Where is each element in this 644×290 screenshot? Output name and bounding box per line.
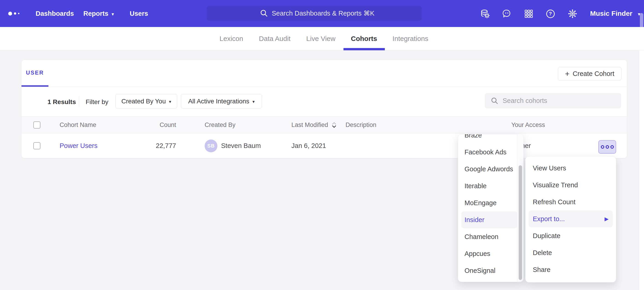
create-cohort-button[interactable]: + Create Cohort [558,67,622,80]
menu-item-chameleon[interactable]: Chameleon [461,228,518,245]
row-context-menu: View Users Visualize Trend Refresh Count… [525,156,616,282]
column-header-created-by: Created By [204,117,236,133]
share-label: Share [533,266,550,273]
menu-item-insider[interactable]: Insider [461,211,518,228]
page-scrollbar-track[interactable] [639,50,644,290]
ellipsis-icon [610,145,614,149]
tab-data-audit[interactable]: Data Audit [259,27,290,50]
export-to-submenu: Braze Facebook Ads Google Adwords Iterab… [458,134,524,282]
select-all-checkbox[interactable] [33,121,40,128]
nav-item-reports[interactable]: Reports ▾ [83,0,114,27]
menu-item-delete[interactable]: Delete [529,244,613,261]
help-icon[interactable]: ? [545,9,556,19]
visualize-trend-label: Visualize Trend [533,181,578,189]
account-name: Music Finder [590,10,632,17]
delete-label: Delete [533,249,552,257]
column-header-your-access: Your Access [511,117,545,133]
menu-item-view-users[interactable]: View Users [529,160,613,177]
active-tab-underline [344,48,385,50]
menu-item-onesignal[interactable]: OneSignal [461,262,518,279]
nav-item-reports-label: Reports [83,10,108,17]
cohort-name-link[interactable]: Power Users [60,142,98,150]
nav-item-dashboards-label: Dashboards [36,10,74,17]
column-header-description: Description [346,117,376,133]
submenu-arrow-icon: ▶ [604,216,608,222]
menu-item-facebook-ads[interactable]: Facebook Ads [461,144,518,161]
page-scrollbar-thumb[interactable] [640,13,643,57]
duplicate-label: Duplicate [533,232,560,240]
tab-data-audit-label: Data Audit [259,35,290,43]
global-search-bar[interactable] [207,6,422,21]
chat-bubble-icon [502,9,512,19]
integrations-filter-value: All Active Integrations [188,98,250,105]
global-search-input[interactable] [272,10,418,17]
integrations-filter-dropdown[interactable]: All Active Integrations ▾ [181,94,262,108]
export-to-item-list: Braze Facebook Ads Google Adwords Iterab… [461,134,518,279]
menu-item-google-adwords[interactable]: Google Adwords [461,161,518,178]
last-modified-cell: Jan 6, 2021 [292,133,326,158]
search-cohorts-input[interactable] [503,97,612,104]
tab-user-cohorts[interactable]: USER [22,60,48,87]
chevron-down-icon: ▾ [252,99,255,104]
chevron-down-icon: ▾ [169,99,171,104]
last-modified-label: Last Modified [292,121,328,128]
apps-grid-icon[interactable] [524,9,534,19]
avatar: SB [204,139,218,152]
results-count: 1 Results [48,98,76,106]
mixpanel-dots-logo-icon[interactable] [8,0,20,27]
filter-divider [79,96,79,107]
checkbox-icon [33,121,40,128]
nav-item-dashboards[interactable]: Dashboards [36,0,74,27]
user-tab-label: USER [26,70,44,76]
count-cell: 22,777 [131,133,176,158]
column-header-cohort-name: Cohort Name [60,117,96,133]
menu-item-refresh-count[interactable]: Refresh Count [529,194,613,210]
sort-icon [331,121,337,129]
column-header-last-modified[interactable]: Last Modified [292,117,337,133]
tab-integrations-label: Integrations [392,35,428,43]
row-checkbox[interactable] [33,142,40,149]
created-by-filter-value: Created By You [121,98,166,105]
cohort-name-cell: Power Users [60,133,98,158]
database-gear-icon [480,9,490,19]
tab-cohorts[interactable]: Cohorts [351,27,377,50]
chevron-down-icon: ▾ [112,12,114,17]
ellipsis-icon [606,145,609,149]
row-actions-button[interactable] [598,140,616,154]
logo-dot-medium [14,12,16,15]
data-management-icon[interactable] [480,9,490,19]
filter-by-label: Filter by [86,98,108,106]
feedback-icon[interactable] [502,9,512,19]
menu-item-visualize-trend[interactable]: Visualize Trend [529,177,613,194]
menu-item-duplicate[interactable]: Duplicate [529,227,613,244]
table-header-row: Cohort Name Count Created By Last Modifi… [22,116,627,133]
top-nav-bar: Dashboards Reports ▾ Users [0,0,644,27]
menu-item-share[interactable]: Share [529,261,613,278]
menu-item-iterable[interactable]: Iterable [461,178,518,194]
menu-item-braze[interactable]: Braze [461,134,518,144]
refresh-count-label: Refresh Count [533,198,576,206]
account-menu[interactable]: Music Finder ▾ [590,0,640,27]
settings-icon[interactable] [567,9,578,19]
search-icon [491,97,498,105]
nav-item-users[interactable]: Users [130,0,148,27]
menu-item-export-to[interactable]: Export to... ▶ [529,210,613,227]
logo-dot-small [18,13,20,14]
tab-lexicon[interactable]: Lexicon [220,27,243,50]
logo-dot-large [8,12,12,16]
plus-icon: + [565,70,570,78]
view-users-label: View Users [533,165,566,172]
created-by-cell: Steven Baum [221,133,261,158]
menu-item-appcues[interactable]: Appcues [461,245,518,262]
tab-live-view[interactable]: Live View [306,27,336,50]
create-cohort-label: Create Cohort [573,70,614,78]
submenu-scrollbar-thumb[interactable] [519,165,522,280]
search-cohorts-field[interactable] [485,93,621,108]
search-icon [260,9,268,17]
tab-cohorts-label: Cohorts [351,35,377,43]
menu-item-moengage[interactable]: MoEngage [461,194,518,211]
grid-squares-icon [524,9,534,19]
created-by-filter-dropdown[interactable]: Created By You ▾ [115,94,177,108]
tab-integrations[interactable]: Integrations [392,27,428,50]
card-header-divider [22,87,627,87]
